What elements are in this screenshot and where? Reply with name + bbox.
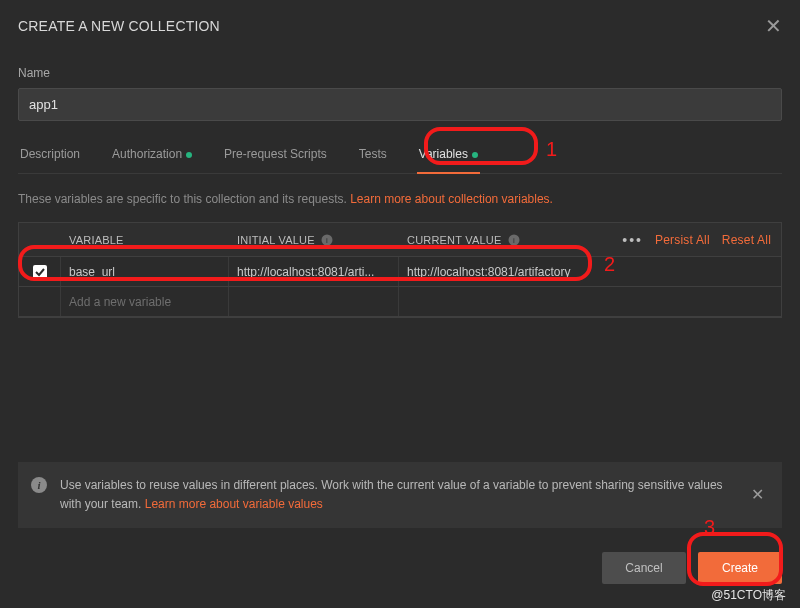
- modal-header: CREATE A NEW COLLECTION ✕: [0, 0, 800, 48]
- tabs: Description Authorization Pre-request Sc…: [18, 147, 782, 174]
- add-variable-row[interactable]: Add a new variable: [19, 287, 781, 317]
- add-variable-placeholder[interactable]: Add a new variable: [61, 287, 229, 316]
- help-text: These variables are specific to this col…: [18, 192, 782, 206]
- close-icon[interactable]: ✕: [765, 16, 782, 36]
- cell-variable[interactable]: base_url: [61, 257, 229, 286]
- watermark: @51CTO博客: [711, 587, 786, 604]
- svg-text:i: i: [513, 236, 515, 245]
- variables-table: VARIABLE INITIAL VALUE i CURRENT VALUE i…: [18, 222, 782, 318]
- tab-authorization[interactable]: Authorization: [110, 147, 194, 173]
- tab-tests[interactable]: Tests: [357, 147, 389, 173]
- banner-text: Use variables to reuse values in differe…: [60, 476, 733, 514]
- table-header: VARIABLE INITIAL VALUE i CURRENT VALUE i…: [19, 223, 781, 257]
- tab-description[interactable]: Description: [18, 147, 82, 173]
- modal-body: Name Description Authorization Pre-reque…: [0, 48, 800, 450]
- dot-icon: [186, 152, 192, 158]
- svg-text:i: i: [326, 236, 328, 245]
- dot-icon: [472, 152, 478, 158]
- tab-variables[interactable]: Variables: [417, 147, 480, 173]
- modal-title: CREATE A NEW COLLECTION: [18, 18, 220, 34]
- learn-more-link[interactable]: Learn more about collection variables.: [350, 192, 553, 206]
- cell-current[interactable]: http://localhost:8081/artifactory: [399, 257, 781, 286]
- create-button[interactable]: Create: [698, 552, 782, 584]
- info-icon[interactable]: i: [508, 234, 520, 246]
- info-icon[interactable]: i: [321, 234, 333, 246]
- info-icon: i: [30, 476, 48, 498]
- row-checkbox[interactable]: [33, 265, 47, 279]
- col-variable: VARIABLE: [61, 234, 229, 246]
- table-actions: ••• Persist All Reset All: [579, 232, 781, 248]
- banner-close-icon[interactable]: ✕: [745, 483, 770, 506]
- col-current: CURRENT VALUE i: [399, 234, 579, 246]
- persist-all-button[interactable]: Persist All: [655, 233, 710, 247]
- cell-initial[interactable]: http://localhost:8081/arti...: [229, 257, 399, 286]
- banner-link[interactable]: Learn more about variable values: [145, 497, 323, 511]
- col-initial: INITIAL VALUE i: [229, 234, 399, 246]
- new-collection-modal: CREATE A NEW COLLECTION ✕ Name Descripti…: [0, 0, 800, 608]
- reset-all-button[interactable]: Reset All: [722, 233, 771, 247]
- modal-footer: Cancel Create: [0, 528, 800, 608]
- name-input[interactable]: [18, 88, 782, 121]
- tab-prerequest[interactable]: Pre-request Scripts: [222, 147, 329, 173]
- info-banner: i Use variables to reuse values in diffe…: [18, 462, 782, 528]
- more-icon[interactable]: •••: [622, 232, 643, 248]
- cancel-button[interactable]: Cancel: [602, 552, 686, 584]
- table-row: base_url http://localhost:8081/arti... h…: [19, 257, 781, 287]
- name-label: Name: [18, 66, 782, 80]
